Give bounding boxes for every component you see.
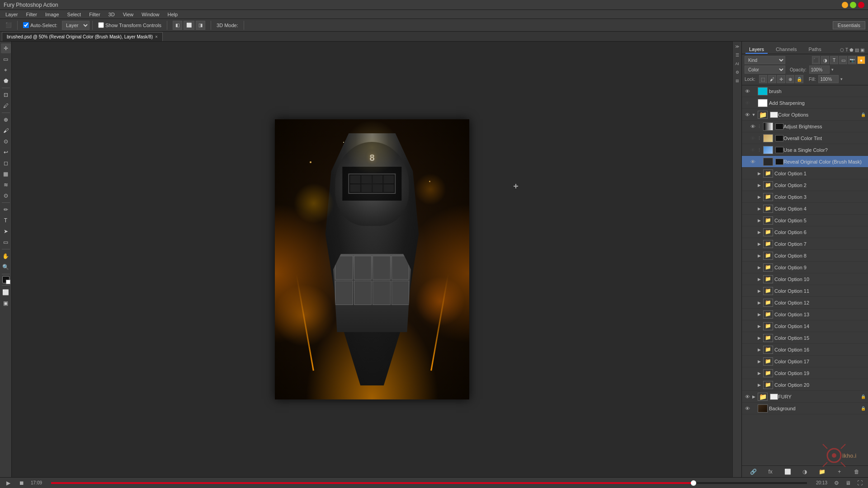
menu-3d[interactable]: 3D xyxy=(105,11,118,18)
lock-position[interactable]: ✛ xyxy=(777,75,785,83)
timeline-progress[interactable] xyxy=(51,482,807,484)
menu-filter[interactable]: Filter xyxy=(23,11,41,18)
filter-adjustment[interactable]: ◑ xyxy=(821,56,829,64)
opacity-arrow[interactable]: ▾ xyxy=(831,67,834,72)
stop-button[interactable]: ⏹ xyxy=(17,479,26,487)
maximize-button[interactable] xyxy=(850,2,856,8)
lock-artboard[interactable]: ⊕ xyxy=(786,75,794,83)
tab-icon-2[interactable]: T xyxy=(845,47,848,52)
layer-expand-toggle[interactable]: ▶ xyxy=(756,346,762,353)
fill-input[interactable] xyxy=(818,75,839,83)
layer-item[interactable]: 👁 ▶ 📁 Color Option 5 xyxy=(742,215,868,226)
link-layers-button[interactable]: 🔗 xyxy=(749,468,758,476)
timeline-playhead[interactable] xyxy=(691,480,696,486)
layer-visibility-toggle[interactable]: 👁 xyxy=(744,393,751,400)
panel-icon-layers[interactable]: ☰ xyxy=(733,51,741,59)
filter-shape[interactable]: ▭ xyxy=(839,56,847,64)
layer-item[interactable]: 👁 ▶ 📁 Color Option 13 xyxy=(742,309,868,320)
layer-visibility-toggle[interactable]: 👁 xyxy=(744,405,751,412)
screen-mode-button[interactable]: ▣ xyxy=(1,298,11,308)
tab-icon-1[interactable]: ⬡ xyxy=(840,47,844,52)
layer-item-selected[interactable]: 👁 ⋮ Reveal Original Color (Brush Mask) xyxy=(742,156,868,168)
select-tool[interactable]: ▭ xyxy=(1,54,11,64)
blur-tool[interactable]: ≋ xyxy=(1,180,11,190)
layer-item[interactable]: 👁 ⋮ Overall Color Tint xyxy=(742,132,868,144)
blend-mode-dropdown[interactable]: Color Normal Multiply Screen xyxy=(745,66,785,74)
play-button[interactable]: ▶ xyxy=(4,479,13,487)
filter-smart[interactable]: 📷 xyxy=(848,56,856,64)
layer-item[interactable]: 👁 ▶ 📁 Color Option 7 xyxy=(742,238,868,250)
gradient-tool[interactable]: ▦ xyxy=(1,169,11,179)
close-button[interactable] xyxy=(858,2,864,8)
layer-item[interactable]: 👁 ▶ 📁 Color Option 9 xyxy=(742,262,868,273)
layer-expand-toggle[interactable]: ▶ xyxy=(751,393,756,400)
show-transform-checkbox[interactable] xyxy=(98,22,104,28)
layer-expand-toggle[interactable]: ▶ xyxy=(756,240,762,248)
quick-select-tool[interactable]: ⬟ xyxy=(1,76,11,86)
layer-item[interactable]: 👁 ▶ 📁 Color Option 15 xyxy=(742,332,868,344)
layer-expand-toggle[interactable]: ▶ xyxy=(756,252,762,259)
layer-visibility-toggle[interactable]: 👁 xyxy=(744,88,751,95)
quick-mask-button[interactable]: ⬜ xyxy=(1,287,11,297)
tab-paths[interactable]: Paths xyxy=(805,46,825,54)
menu-filter2[interactable]: Filter xyxy=(85,11,104,18)
layer-item[interactable]: 👁 Add Sharpening xyxy=(742,97,868,109)
panel-icon-1[interactable]: ≫ xyxy=(733,42,741,51)
layer-item[interactable]: 👁 ▶ 📁 Color Option 12 xyxy=(742,297,868,309)
layer-expand-toggle[interactable]: ▶ xyxy=(756,299,762,306)
layer-item[interactable]: 👁 ⋮ Use a Single Color? xyxy=(742,144,868,156)
layer-item[interactable]: 👁 ▶ 📁 Color Option 20 xyxy=(742,379,868,391)
settings-button[interactable]: ⚙ xyxy=(832,479,841,487)
layer-expand-toggle[interactable]: ▶ xyxy=(756,217,762,224)
hand-tool[interactable]: ✋ xyxy=(1,251,11,261)
layer-item-background[interactable]: 👁 Background 🔒 xyxy=(742,403,868,414)
menu-view[interactable]: View xyxy=(119,11,137,18)
lock-image[interactable]: 🖌 xyxy=(768,75,776,83)
foreground-color[interactable] xyxy=(2,276,9,283)
brush-tool[interactable]: 🖌 xyxy=(1,126,11,136)
align-left-button[interactable]: ◧ xyxy=(173,21,182,30)
layer-item[interactable]: 👁 ▶ 📁 Color Option 3 xyxy=(742,191,868,203)
layer-expand-toggle[interactable]: ▶ xyxy=(756,370,762,377)
layer-item[interactable]: 👁 ▶ 📁 Color Option 14 xyxy=(742,320,868,332)
add-mask-button[interactable]: ⬜ xyxy=(783,468,792,476)
fill-arrow[interactable]: ▾ xyxy=(840,77,843,81)
layer-item[interactable]: 👁 ▶ 📁 Color Option 19 xyxy=(742,367,868,379)
panel-icon-grid[interactable]: ⊞ xyxy=(733,77,741,85)
fullscreen-button[interactable]: ⛶ xyxy=(855,479,864,487)
layer-expand-toggle[interactable]: ▶ xyxy=(756,170,762,177)
layer-visibility-toggle[interactable]: 👁 xyxy=(744,99,751,107)
layer-expand-toggle[interactable]: ▶ xyxy=(756,334,762,342)
layer-expand-toggle[interactable]: ▶ xyxy=(756,193,762,201)
layer-expand-toggle[interactable]: ▶ xyxy=(756,287,762,295)
text-tool[interactable]: T xyxy=(1,216,11,225)
layer-expand-toggle[interactable]: ▶ xyxy=(756,229,762,236)
move-tool[interactable]: ✛ xyxy=(1,43,11,53)
adjustment-button[interactable]: ◑ xyxy=(800,468,809,476)
tab-channels[interactable]: Channels xyxy=(772,46,800,54)
shape-tool[interactable]: ▭ xyxy=(1,237,11,247)
layer-item[interactable]: 👁 ▶ 📁 Color Option 17 xyxy=(742,356,868,367)
filter-text[interactable]: T xyxy=(830,56,838,64)
opacity-input[interactable] xyxy=(809,66,830,74)
layer-expand-toggle[interactable]: ▶ xyxy=(756,264,762,271)
layer-expand-toggle[interactable]: ▶ xyxy=(756,311,762,318)
layer-expand-toggle[interactable]: ▶ xyxy=(756,381,762,389)
tab-close-button[interactable]: × xyxy=(155,34,158,39)
layer-visibility-toggle[interactable]: 👁 xyxy=(749,158,756,165)
active-tab[interactable]: brushed.psd @ 50% (Reveal Original Color… xyxy=(2,32,163,41)
align-center-button[interactable]: ⬜ xyxy=(184,21,194,30)
panel-icon-ai[interactable]: AI xyxy=(733,60,741,68)
eraser-tool[interactable]: ◻ xyxy=(1,158,11,168)
layer-expand-toggle[interactable]: ▶ xyxy=(756,182,762,189)
path-tool[interactable]: ➤ xyxy=(1,226,11,236)
menu-select[interactable]: Select xyxy=(64,11,85,18)
zoom-tool[interactable]: 🔍 xyxy=(1,262,11,272)
lasso-tool[interactable]: ⌖ xyxy=(1,65,11,75)
layer-expand-toggle[interactable]: ▼ xyxy=(751,111,756,118)
layer-item[interactable]: 👁 ▶ 📁 Color Option 11 xyxy=(742,285,868,297)
layer-item[interactable]: 👁 ▶ 📁 Color Option 6 xyxy=(742,226,868,238)
layer-item[interactable]: 👁 ▶ 📁 Color Option 4 xyxy=(742,203,868,215)
lock-transparent[interactable]: ⬚ xyxy=(759,75,767,83)
eyedropper-tool[interactable]: 🖊 xyxy=(1,101,11,111)
